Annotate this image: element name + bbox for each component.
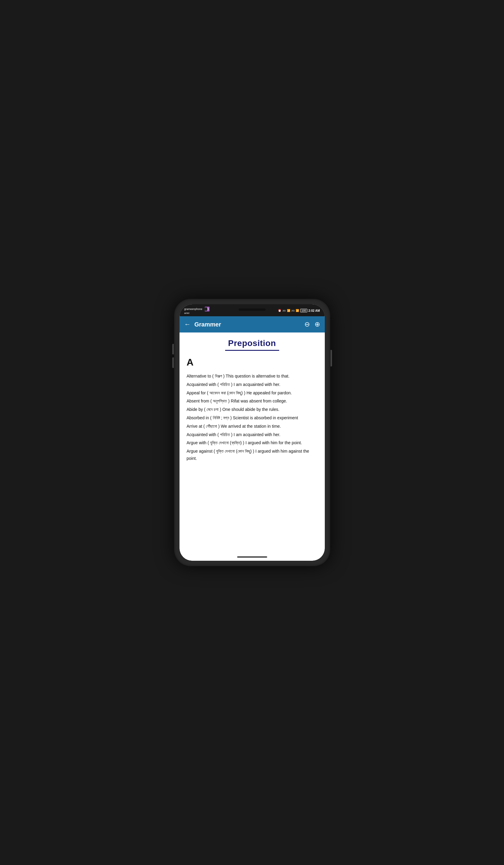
screen-content: grameenphone p airtel ⏰ 2G 📶 2G 📶 100 xyxy=(179,304,325,561)
phone-frame: grameenphone p airtel ⏰ 2G 📶 2G 📶 100 xyxy=(174,299,330,566)
entry-1: Alternative to ( বিকল্প ) This question … xyxy=(187,373,318,380)
battery-level: 100 xyxy=(301,309,306,312)
back-button[interactable]: ← xyxy=(184,321,191,328)
entry-2: Acquainted with ( পরিচিত ) I am acquaint… xyxy=(187,381,318,388)
status-icons: ⏰ 2G 📶 2G 📶 100 2:02 AM xyxy=(278,309,320,312)
volume-up-button[interactable] xyxy=(172,344,174,354)
front-camera xyxy=(204,307,208,311)
content-entries: Alternative to ( বিকল্প ) This question … xyxy=(187,373,318,462)
entry-7: Arrive at ( পৌঁছানো ) We arrived at the … xyxy=(187,423,318,430)
alarm-icon: ⏰ xyxy=(278,309,281,312)
entry-9: Argue with ( যুক্তি দেখানো (ব্যক্তি) ) I… xyxy=(187,439,318,447)
signal-bars-1: 📶 xyxy=(287,309,290,312)
title-underline xyxy=(225,350,279,351)
signal-2g-2: 2G xyxy=(292,309,295,312)
zoom-in-button[interactable]: ⊕ xyxy=(315,321,320,328)
main-content[interactable]: Preposition A Alternative to ( বিকল্প ) … xyxy=(179,333,325,561)
entry-4: Absent from ( অনুপস্থিত ) Rifat was abse… xyxy=(187,397,318,405)
volume-down-button[interactable] xyxy=(172,357,174,368)
entry-5: Abide by ( মেনে চলা ) One should abide b… xyxy=(187,406,318,413)
app-toolbar: ← Grammer ⊖ ⊕ xyxy=(179,316,325,333)
signal-2g-1: 2G xyxy=(282,309,286,312)
signal-bars-2: 📶 xyxy=(296,309,299,312)
section-a-heading: A xyxy=(187,357,318,368)
power-button[interactable] xyxy=(330,350,332,367)
time-display: 2:02 AM xyxy=(308,309,320,312)
entry-3: Appeal for ( আবেদন করা (কোন কিছু) ) He a… xyxy=(187,390,318,397)
carrier1-name: grameenphone xyxy=(184,308,203,311)
entry-10: Argue against ( যুক্তি দেখানো (কোন কিছু)… xyxy=(187,448,318,462)
page-title: Preposition xyxy=(187,338,318,348)
home-indicator[interactable] xyxy=(237,556,267,558)
zoom-out-button[interactable]: ⊖ xyxy=(304,321,310,328)
battery-indicator: 100 xyxy=(300,309,307,312)
entry-8: Acquainted with ( পরিচিত ) I am acquaint… xyxy=(187,431,318,439)
entry-6: Absorbed in ( নিবিষ্ট ; মগ্ন ) Scientist… xyxy=(187,415,318,422)
phone-screen: grameenphone p airtel ⏰ 2G 📶 2G 📶 100 xyxy=(179,304,325,561)
carrier2-name: airtel xyxy=(184,312,210,314)
app-title: Grammer xyxy=(195,321,300,328)
speaker xyxy=(239,309,266,311)
